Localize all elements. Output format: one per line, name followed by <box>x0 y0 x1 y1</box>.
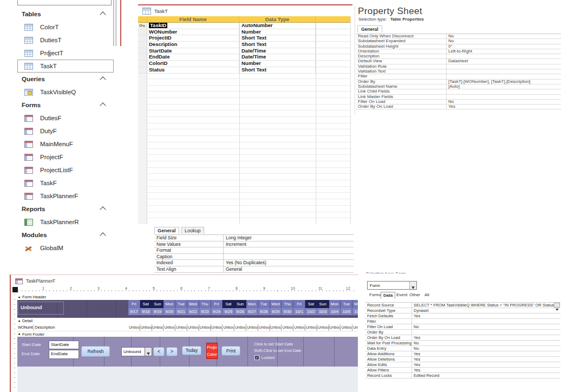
prop-value[interactable]: No <box>412 324 560 329</box>
nav-item-projectf[interactable]: ProjectF <box>17 151 114 164</box>
day-header-wed-9-29[interactable]: Wed <box>270 300 282 308</box>
prop-value[interactable]: Edited Record <box>412 373 560 378</box>
prop-value[interactable]: SELECT * FROM TaskVisibleQ WHERE Status … <box>412 303 560 308</box>
property-row-filter-on-load[interactable]: Filter On LoadNo <box>356 100 561 104</box>
property-row-default-view[interactable]: Default ViewDatasheet <box>356 59 561 64</box>
nav-item-taskt[interactable]: TaskT <box>17 60 114 73</box>
nav-item-projectlistf[interactable]: ProjectListF <box>17 164 114 177</box>
property-row-orientation[interactable]: OrientationLeft-to-Right <box>356 49 561 54</box>
day-header-sat-9-25[interactable]: Sat <box>223 300 234 308</box>
description-textbox[interactable]: Description <box>35 324 128 331</box>
prop-value[interactable] <box>412 319 560 324</box>
prop-value[interactable]: Increment <box>224 241 354 247</box>
date-header-9-27[interactable]: 9/27 <box>246 308 258 315</box>
day-header-sat-10-2[interactable]: Sat <box>305 300 317 308</box>
date-header-10-3[interactable]: 10/3 <box>317 308 329 315</box>
detail-unbound-cell[interactable]: Unbound <box>223 324 234 331</box>
property-row-link-master-fields[interactable]: Link Master Fields <box>356 95 561 100</box>
nav-item-taskf[interactable]: TaskF <box>17 177 114 190</box>
prop-value[interactable]: Yes <box>412 351 560 356</box>
prop-value[interactable]: [Auto] <box>447 84 561 89</box>
nav-group-reports[interactable]: Reports <box>4 202 114 215</box>
date-header-9-26[interactable]: 9/26 <box>234 308 246 315</box>
form-selector-box[interactable] <box>12 287 18 292</box>
data-type-cell[interactable]: Date/Time <box>239 54 316 60</box>
day-header-tue-9-28[interactable]: Tue <box>258 300 270 308</box>
data-type-cell[interactable]: Date/Time <box>239 48 316 54</box>
section-bar-form-footer[interactable]: ◄ Form Footer <box>17 331 358 337</box>
extra-cell[interactable] <box>316 35 351 41</box>
detail-unbound-cell[interactable]: Unbound <box>258 324 270 331</box>
property-row-fetch-defaults[interactable]: Fetch DefaultsYes <box>365 313 560 319</box>
day-header-sat-9-18[interactable]: Sat <box>140 300 152 308</box>
property-row-filter[interactable]: Filter <box>356 74 561 79</box>
day-header-mon-10-4[interactable]: Mon <box>329 300 341 308</box>
data-type-cell[interactable]: Short Text <box>239 35 316 41</box>
locked-checkbox[interactable]: ✓ <box>254 355 259 360</box>
prop-value[interactable] <box>447 95 561 99</box>
prop-value[interactable]: Yes (No Duplicates) <box>224 260 354 266</box>
data-type-cell[interactable]: Number <box>239 61 316 67</box>
detail-unbound-cell[interactable]: Unbound <box>317 324 329 331</box>
nav-group-modules[interactable]: Modules <box>4 228 114 241</box>
tab-general[interactable]: General <box>357 25 382 32</box>
row-selector[interactable] <box>138 54 147 60</box>
row-selector[interactable] <box>138 61 147 67</box>
date-header-9-29[interactable]: 9/29 <box>270 308 282 315</box>
property-row-data-entry[interactable]: Data EntryNo <box>365 346 560 351</box>
prop-value[interactable]: General <box>224 266 354 272</box>
form-header-band[interactable]: Unbound Fri9/17Sat9/18Sun9/19Mon9/20Tue9… <box>17 300 358 318</box>
property-row-allow-edits[interactable]: Allow EditsYes <box>365 362 560 368</box>
field-prop-row-field-size[interactable]: Field SizeLong Integer <box>154 235 354 241</box>
search-box-partial[interactable] <box>17 0 112 5</box>
tab-other[interactable]: Other <box>407 292 422 298</box>
next-button[interactable]: > <box>166 347 178 356</box>
unbound-combo[interactable]: Unbound <box>121 347 145 356</box>
date-header-9-20[interactable]: 9/20 <box>164 308 175 315</box>
prop-value[interactable]: Yes <box>412 368 560 373</box>
end-date-label[interactable]: End Date <box>22 351 40 356</box>
data-type-cell[interactable]: AutoNumber <box>239 23 316 29</box>
data-type-cell[interactable]: Number <box>239 29 316 35</box>
prop-value[interactable]: No <box>447 39 561 43</box>
detail-unbound-cell[interactable]: Unbound <box>329 324 341 331</box>
property-row-record-locks[interactable]: Record LocksEdited Record <box>365 373 560 378</box>
end-date-field[interactable]: EndDate <box>49 350 79 359</box>
row-selector[interactable] <box>138 42 147 48</box>
field-prop-row-caption[interactable]: Caption <box>154 254 354 260</box>
prop-value[interactable]: No <box>412 341 560 345</box>
tab-data[interactable]: Data <box>381 292 395 299</box>
property-row-validation-text[interactable]: Validation Text <box>356 69 561 74</box>
date-header-10-4[interactable]: 10/4 <box>329 308 341 315</box>
property-row-link-child-fields[interactable]: Link Child Fields <box>356 89 561 94</box>
chevron-up-icon[interactable] <box>100 11 106 17</box>
property-row-subdatasheet-name[interactable]: Subdatasheet Name[Auto] <box>356 84 561 89</box>
property-row-filter[interactable]: Filter <box>365 319 560 324</box>
prop-value[interactable]: No <box>447 100 561 104</box>
prop-value[interactable] <box>447 74 561 79</box>
prop-value[interactable]: Left-to-Right <box>447 49 561 54</box>
prop-value[interactable]: 0" <box>447 44 561 49</box>
date-header-9-19[interactable]: 9/19 <box>152 308 164 315</box>
extra-cell[interactable] <box>316 29 351 35</box>
property-row-validation-rule[interactable]: Validation Rule <box>356 64 561 69</box>
prop-value[interactable]: Dynaset <box>412 308 560 313</box>
prop-value[interactable] <box>224 254 354 260</box>
property-row-read-only-when-disconnect[interactable]: Read Only When DisconnectNo <box>356 34 561 39</box>
extra-cell[interactable] <box>316 42 351 48</box>
nav-item-taskplannerr[interactable]: TaskPlannerR <box>17 215 114 228</box>
prop-value[interactable]: Long Integer <box>224 235 354 241</box>
nav-item-taskplannerf[interactable]: TaskPlannerF <box>17 190 114 202</box>
date-header-9-23[interactable]: 9/23 <box>199 308 211 315</box>
property-row-subdatasheet-height[interactable]: Subdatasheet Height0" <box>356 44 561 49</box>
day-header-fri-9-17[interactable]: Fri <box>128 300 140 308</box>
row-selector[interactable] <box>138 67 147 73</box>
property-row-allow-additions[interactable]: Allow AdditionsYes <box>365 351 560 357</box>
empty-grid-rows[interactable] <box>138 74 351 224</box>
field-row-status[interactable]: StatusShort Text <box>138 67 351 74</box>
nav-item-globalm[interactable]: GlobalM <box>17 241 114 254</box>
detail-unbound-cell[interactable]: Unbound <box>234 324 246 331</box>
day-header-mon-9-27[interactable]: Mon <box>246 300 258 308</box>
nav-item-dutyf[interactable]: DutyF <box>17 125 114 138</box>
field-name-cell[interactable]: ProjectID <box>147 35 239 41</box>
